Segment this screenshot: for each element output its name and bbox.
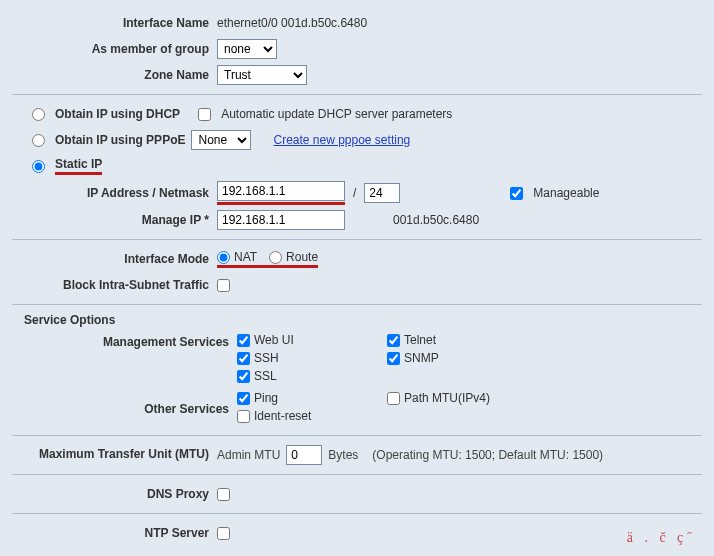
svc-ssl-row[interactable]: SSL [237, 369, 367, 383]
svc-webui-label: Web UI [254, 333, 294, 347]
bytes-label: Bytes [328, 448, 358, 462]
slash-label: / [345, 186, 364, 200]
route-radio-row[interactable]: Route [269, 250, 318, 264]
dhcp-radio[interactable] [32, 108, 45, 121]
zone-name-label: Zone Name [12, 68, 217, 82]
nat-label: NAT [234, 250, 257, 264]
svc-identreset-row[interactable]: Ident-reset [237, 409, 367, 423]
manageable-label: Manageable [533, 186, 599, 200]
svc-ssh-row[interactable]: SSH [237, 351, 367, 365]
static-ip-radio[interactable] [32, 160, 45, 173]
static-ip-radio-row[interactable]: Static IP [32, 157, 102, 175]
divider [12, 513, 702, 514]
dhcp-auto-checkbox[interactable] [198, 108, 211, 121]
svc-ssh-checkbox[interactable] [237, 352, 250, 365]
mtu-label: Maximum Transfer Unit (MTU) [12, 447, 217, 463]
svc-ssl-checkbox[interactable] [237, 370, 250, 383]
dns-proxy-checkbox[interactable] [217, 488, 230, 501]
svc-ssl-label: SSL [254, 369, 277, 383]
admin-mtu-input[interactable] [286, 445, 322, 465]
dns-proxy-label: DNS Proxy [12, 487, 217, 501]
ntp-server-checkbox[interactable] [217, 527, 230, 540]
zone-name-select[interactable]: Trust [217, 65, 307, 85]
divider [12, 239, 702, 240]
svc-ping-checkbox[interactable] [237, 392, 250, 405]
svc-snmp-label: SNMP [404, 351, 439, 365]
interface-name-label: Interface Name [12, 16, 217, 30]
svc-identreset-label: Ident-reset [254, 409, 311, 423]
svc-webui-checkbox[interactable] [237, 334, 250, 347]
pppoe-create-link[interactable]: Create new pppoe setting [273, 133, 410, 147]
pppoe-select[interactable]: None [191, 130, 251, 150]
mac-address-value: 001d.b50c.6480 [393, 213, 479, 227]
watermark-text: ä . č ç˝ [627, 530, 696, 546]
block-intra-label: Block Intra-Subnet Traffic [12, 278, 217, 292]
svc-ssh-label: SSH [254, 351, 279, 365]
member-group-select[interactable]: none [217, 39, 277, 59]
ntp-server-label: NTP Server [12, 526, 217, 540]
route-label: Route [286, 250, 318, 264]
interface-mode-label: Interface Mode [12, 252, 217, 266]
mtu-info: (Operating MTU: 1500; Default MTU: 1500) [372, 448, 603, 462]
dhcp-auto-row[interactable]: Automatic update DHCP server parameters [198, 107, 452, 121]
svc-ping-label: Ping [254, 391, 278, 405]
divider [12, 94, 702, 95]
svc-telnet-label: Telnet [404, 333, 436, 347]
manageable-checkbox[interactable] [510, 187, 523, 200]
svc-pathmtu-checkbox[interactable] [387, 392, 400, 405]
pppoe-radio[interactable] [32, 134, 45, 147]
svc-pathmtu-row[interactable]: Path MTU(IPv4) [387, 391, 537, 405]
svc-pathmtu-label: Path MTU(IPv4) [404, 391, 490, 405]
nat-radio-row[interactable]: NAT [217, 250, 257, 264]
svc-snmp-checkbox[interactable] [387, 352, 400, 365]
manageable-row[interactable]: Manageable [510, 186, 599, 200]
svc-webui-row[interactable]: Web UI [237, 333, 367, 347]
svc-telnet-row[interactable]: Telnet [387, 333, 517, 347]
member-group-label: As member of group [12, 42, 217, 56]
manage-ip-label: Manage IP * [12, 213, 217, 227]
block-intra-checkbox[interactable] [217, 279, 230, 292]
svc-snmp-row[interactable]: SNMP [387, 351, 517, 365]
dhcp-auto-label: Automatic update DHCP server parameters [221, 107, 452, 121]
dhcp-radio-row[interactable]: Obtain IP using DHCP [32, 107, 180, 121]
admin-mtu-label: Admin MTU [217, 448, 280, 462]
svc-telnet-checkbox[interactable] [387, 334, 400, 347]
svc-ping-row[interactable]: Ping [237, 391, 367, 405]
dhcp-label: Obtain IP using DHCP [55, 107, 180, 121]
pppoe-radio-row[interactable]: Obtain IP using PPPoE [32, 133, 185, 147]
static-ip-label: Static IP [55, 157, 102, 175]
interface-name-value: ethernet0/0 001d.b50c.6480 [217, 16, 367, 30]
svc-identreset-checkbox[interactable] [237, 410, 250, 423]
other-services-label: Other Services [12, 402, 237, 416]
pppoe-label: Obtain IP using PPPoE [55, 133, 185, 147]
netmask-input[interactable] [364, 183, 400, 203]
route-radio[interactable] [269, 251, 282, 264]
divider [12, 435, 702, 436]
nat-radio[interactable] [217, 251, 230, 264]
divider [12, 304, 702, 305]
service-options-title: Service Options [24, 313, 702, 327]
manage-ip-input[interactable] [217, 210, 345, 230]
ip-netmask-label: IP Address / Netmask [12, 186, 217, 200]
mgmt-services-label: Management Services [12, 333, 237, 349]
ip-address-input[interactable] [217, 181, 345, 201]
divider [12, 474, 702, 475]
